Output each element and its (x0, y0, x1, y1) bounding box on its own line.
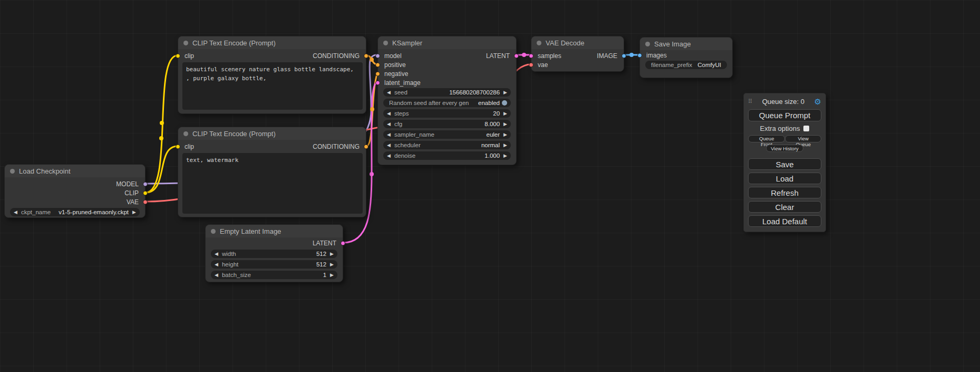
latent-output-port[interactable] (514, 53, 519, 58)
queue-prompt-button[interactable]: Queue Prompt (748, 109, 821, 121)
increment-arrow-icon[interactable]: ▶ (503, 111, 507, 116)
view-queue-button[interactable]: View Queue (785, 135, 821, 142)
conditioning-output-port[interactable] (364, 53, 368, 58)
decrement-arrow-icon[interactable]: ◀ (387, 132, 391, 137)
collapse-dot-icon[interactable] (183, 131, 188, 136)
decrement-arrow-icon[interactable]: ◀ (387, 90, 391, 95)
random-seed-toggle-widget[interactable]: Random seed after every gen enabled (383, 99, 511, 107)
load-button[interactable]: Load (748, 173, 821, 184)
filename-prefix-widget[interactable]: filename_prefix ComfyUI (645, 61, 727, 69)
vae-output-port[interactable] (143, 199, 148, 204)
port-label: CONDITIONING (313, 143, 360, 150)
widget-value: 1.000 (484, 152, 500, 159)
increment-arrow-icon[interactable]: ▶ (503, 143, 507, 148)
view-history-button[interactable]: View History (766, 145, 803, 152)
node-clip-text-encode-negative[interactable]: CLIP Text Encode (Prompt) clip CONDITION… (178, 127, 366, 217)
node-ksampler[interactable]: KSampler model LATENT positive negative … (377, 36, 517, 165)
node-title: CLIP Text Encode (Prompt) (192, 130, 276, 138)
toggle-knob-icon[interactable] (502, 100, 507, 106)
node-title: KSampler (392, 39, 422, 47)
node-title-bar[interactable]: VAE Decode (531, 36, 624, 49)
node-title-bar[interactable]: Empty Latent Image (206, 225, 343, 237)
seed-widget[interactable]: ◀ seed 156680208700286 ▶ (383, 88, 511, 97)
decrement-arrow-icon[interactable]: ◀ (215, 273, 218, 278)
latent-output-port[interactable] (341, 241, 345, 245)
increment-arrow-icon[interactable]: ▶ (132, 210, 136, 215)
clip-input-port[interactable] (176, 144, 180, 149)
ckpt-name-widget[interactable]: ◀ ckpt_name v1-5-pruned-emaonly.ckpt ▶ (10, 208, 140, 216)
node-title-bar[interactable]: CLIP Text Encode (Prompt) (178, 127, 366, 140)
samples-input-port[interactable] (529, 53, 533, 58)
decrement-arrow-icon[interactable]: ◀ (215, 252, 218, 256)
denoise-widget[interactable]: ◀ denoise 1.000 ▶ (383, 151, 511, 160)
model-output-port[interactable] (143, 182, 148, 186)
scheduler-widget[interactable]: ◀ scheduler normal ▶ (383, 141, 511, 149)
node-clip-text-encode-positive[interactable]: CLIP Text Encode (Prompt) clip CONDITION… (178, 36, 366, 114)
node-vae-decode[interactable]: VAE Decode samples IMAGE vae (531, 36, 624, 72)
collapse-dot-icon[interactable] (645, 42, 650, 46)
comfyui-canvas[interactable]: { "icons": { "arrow_left": "◀", "arrow_r… (0, 0, 980, 372)
increment-arrow-icon[interactable]: ▶ (330, 262, 334, 267)
decrement-arrow-icon[interactable]: ◀ (14, 210, 17, 215)
drag-handle-icon[interactable]: ⠿ (748, 98, 752, 105)
negative-prompt-textarea[interactable]: text, watermark (182, 153, 363, 214)
increment-arrow-icon[interactable]: ▶ (330, 273, 334, 278)
vae-input-port[interactable] (529, 62, 533, 67)
link-dot (370, 172, 374, 176)
queue-front-button[interactable]: Queue Front (748, 135, 785, 142)
widget-label: height (222, 261, 238, 268)
increment-arrow-icon[interactable]: ▶ (503, 90, 507, 95)
node-title-bar[interactable]: CLIP Text Encode (Prompt) (178, 36, 366, 49)
decrement-arrow-icon[interactable]: ◀ (387, 122, 391, 127)
port-label: vae (538, 61, 548, 69)
conditioning-output-port[interactable] (364, 144, 368, 149)
clip-input-port[interactable] (176, 53, 180, 58)
refresh-button[interactable]: Refresh (748, 187, 821, 198)
increment-arrow-icon[interactable]: ▶ (330, 252, 334, 256)
width-widget[interactable]: ◀ width 512 ▶ (211, 250, 337, 258)
negative-input-port[interactable] (375, 71, 380, 76)
queue-panel[interactable]: ⠿ Queue size: 0 ⚙ Queue Prompt Extra opt… (743, 93, 826, 232)
steps-widget[interactable]: ◀ steps 20 ▶ (383, 109, 511, 118)
latent-image-input-port[interactable] (375, 80, 380, 85)
clear-button[interactable]: Clear (748, 201, 821, 213)
node-title-bar[interactable]: Load Checkpoint (5, 165, 145, 177)
port-label: IMAGE (597, 52, 617, 60)
clip-output-port[interactable] (143, 190, 148, 195)
widget-label: seed (394, 89, 407, 96)
model-input-port[interactable] (375, 53, 380, 58)
decrement-arrow-icon[interactable]: ◀ (387, 154, 391, 158)
node-title: VAE Decode (546, 39, 584, 47)
increment-arrow-icon[interactable]: ▶ (503, 122, 507, 127)
image-output-port[interactable] (622, 53, 626, 58)
cfg-widget[interactable]: ◀ cfg 8.000 ▶ (383, 120, 511, 128)
extra-options-checkbox[interactable] (803, 126, 809, 131)
collapse-dot-icon[interactable] (10, 169, 15, 174)
widget-value: 512 (316, 251, 326, 257)
decrement-arrow-icon[interactable]: ◀ (387, 143, 391, 148)
positive-prompt-textarea[interactable]: beautiful scenery nature glass bottle la… (182, 62, 363, 110)
batch-size-widget[interactable]: ◀ batch_size 1 ▶ (211, 271, 337, 279)
collapse-dot-icon[interactable] (537, 41, 541, 45)
node-empty-latent-image[interactable]: Empty Latent Image LATENT ◀ width 512 ▶ … (205, 224, 343, 282)
increment-arrow-icon[interactable]: ▶ (503, 132, 507, 137)
increment-arrow-icon[interactable]: ▶ (503, 154, 507, 158)
images-input-port[interactable] (637, 53, 642, 58)
save-button[interactable]: Save (748, 158, 821, 170)
decrement-arrow-icon[interactable]: ◀ (387, 111, 391, 116)
node-title-bar[interactable]: KSampler (378, 36, 516, 49)
node-save-image[interactable]: Save Image images filename_prefix ComfyU… (639, 37, 733, 78)
height-widget[interactable]: ◀ height 512 ▶ (211, 260, 337, 269)
collapse-dot-icon[interactable] (183, 41, 188, 45)
collapse-dot-icon[interactable] (383, 41, 388, 45)
load-default-button[interactable]: Load Default (748, 215, 821, 227)
node-load-checkpoint[interactable]: Load Checkpoint MODEL CLIP VAE ◀ ckpt_na… (4, 164, 145, 218)
widget-value: ComfyUI (697, 62, 721, 68)
gear-icon[interactable]: ⚙ (814, 97, 821, 107)
positive-input-port[interactable] (375, 62, 380, 67)
decrement-arrow-icon[interactable]: ◀ (215, 262, 218, 267)
widget-label: denoise (394, 152, 415, 159)
node-title-bar[interactable]: Save Image (640, 37, 732, 50)
collapse-dot-icon[interactable] (211, 229, 216, 234)
sampler-name-widget[interactable]: ◀ sampler_name euler ▶ (383, 130, 511, 139)
